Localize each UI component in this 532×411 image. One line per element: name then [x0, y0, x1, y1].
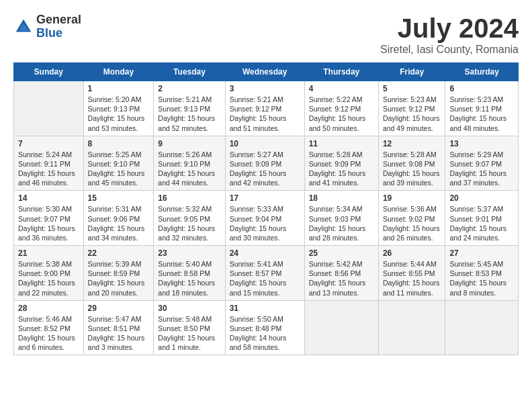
column-header-tuesday: Tuesday [154, 63, 225, 81]
calendar-cell: 21Sunrise: 5:38 AMSunset: 9:00 PMDayligh… [14, 246, 84, 301]
page-subtitle: Siretel, Iasi County, Romania [380, 44, 519, 56]
day-info: Sunrise: 5:26 AMSunset: 9:10 PMDaylight:… [158, 150, 215, 187]
day-info: Sunrise: 5:44 AMSunset: 8:55 PMDaylight:… [383, 260, 440, 297]
calendar-cell: 27Sunrise: 5:45 AMSunset: 8:53 PMDayligh… [445, 246, 519, 301]
day-number: 16 [158, 193, 220, 203]
calendar-cell: 20Sunrise: 5:37 AMSunset: 9:01 PMDayligh… [445, 191, 519, 246]
day-number: 13 [449, 139, 514, 148]
calendar-cell: 24Sunrise: 5:41 AMSunset: 8:57 PMDayligh… [225, 246, 304, 301]
day-number: 25 [309, 248, 374, 258]
calendar-cell: 19Sunrise: 5:36 AMSunset: 9:02 PMDayligh… [378, 191, 445, 246]
day-info: Sunrise: 5:41 AMSunset: 8:57 PMDaylight:… [230, 260, 287, 297]
calendar-cell: 11Sunrise: 5:28 AMSunset: 9:09 PMDayligh… [304, 136, 378, 191]
day-number: 14 [18, 193, 79, 203]
logo-general-text: General [36, 13, 81, 27]
calendar-cell: 31Sunrise: 5:50 AMSunset: 8:48 PMDayligh… [225, 300, 304, 355]
day-info: Sunrise: 5:45 AMSunset: 8:53 PMDaylight:… [449, 260, 506, 297]
calendar-cell: 5Sunrise: 5:23 AMSunset: 9:12 PMDaylight… [378, 81, 445, 136]
calendar-cell [445, 300, 519, 355]
day-number: 29 [88, 304, 150, 313]
calendar-cell: 13Sunrise: 5:29 AMSunset: 9:07 PMDayligh… [445, 136, 519, 191]
day-info: Sunrise: 5:46 AMSunset: 8:52 PMDaylight:… [18, 315, 75, 352]
day-info: Sunrise: 5:37 AMSunset: 9:01 PMDaylight:… [449, 205, 506, 242]
day-info: Sunrise: 5:38 AMSunset: 9:00 PMDaylight:… [18, 260, 75, 297]
day-info: Sunrise: 5:23 AMSunset: 9:12 PMDaylight:… [383, 95, 440, 132]
title-block: July 2024 Siretel, Iasi County, Romania [380, 13, 519, 56]
calendar-cell: 17Sunrise: 5:33 AMSunset: 9:04 PMDayligh… [225, 191, 304, 246]
calendar-cell: 12Sunrise: 5:28 AMSunset: 9:08 PMDayligh… [378, 136, 445, 191]
day-info: Sunrise: 5:27 AMSunset: 9:09 PMDaylight:… [230, 150, 287, 187]
day-number: 10 [230, 139, 300, 148]
calendar-cell: 14Sunrise: 5:30 AMSunset: 9:07 PMDayligh… [14, 191, 84, 246]
calendar-week-row: 1Sunrise: 5:20 AMSunset: 9:13 PMDaylight… [14, 81, 519, 136]
calendar-header-row: SundayMondayTuesdayWednesdayThursdayFrid… [14, 63, 519, 81]
calendar-cell: 25Sunrise: 5:42 AMSunset: 8:56 PMDayligh… [304, 246, 378, 301]
day-number: 1 [88, 84, 150, 93]
calendar-cell: 3Sunrise: 5:21 AMSunset: 9:12 PMDaylight… [225, 81, 304, 136]
day-number: 17 [230, 193, 300, 203]
day-info: Sunrise: 5:39 AMSunset: 8:59 PMDaylight:… [88, 260, 145, 297]
calendar-cell: 30Sunrise: 5:48 AMSunset: 8:50 PMDayligh… [154, 300, 225, 355]
day-info: Sunrise: 5:36 AMSunset: 9:02 PMDaylight:… [383, 205, 440, 242]
calendar-table: SundayMondayTuesdayWednesdayThursdayFrid… [13, 62, 519, 355]
day-info: Sunrise: 5:32 AMSunset: 9:05 PMDaylight:… [158, 205, 215, 242]
day-info: Sunrise: 5:21 AMSunset: 9:12 PMDaylight:… [230, 95, 287, 132]
calendar-cell [14, 81, 84, 136]
column-header-sunday: Sunday [14, 63, 84, 81]
day-info: Sunrise: 5:28 AMSunset: 9:08 PMDaylight:… [383, 150, 440, 187]
calendar-cell: 6Sunrise: 5:23 AMSunset: 9:11 PMDaylight… [445, 81, 519, 136]
day-info: Sunrise: 5:47 AMSunset: 8:51 PMDaylight:… [88, 315, 145, 352]
day-info: Sunrise: 5:29 AMSunset: 9:07 PMDaylight:… [449, 150, 506, 187]
day-info: Sunrise: 5:30 AMSunset: 9:07 PMDaylight:… [18, 205, 75, 242]
calendar-cell: 15Sunrise: 5:31 AMSunset: 9:06 PMDayligh… [83, 191, 154, 246]
calendar-cell: 1Sunrise: 5:20 AMSunset: 9:13 PMDaylight… [83, 81, 154, 136]
day-number: 31 [230, 304, 300, 313]
day-number: 7 [18, 139, 79, 148]
day-number: 24 [230, 248, 300, 258]
day-number: 2 [158, 84, 220, 93]
page-title: July 2024 [380, 13, 519, 44]
day-info: Sunrise: 5:23 AMSunset: 9:11 PMDaylight:… [449, 95, 506, 132]
column-header-saturday: Saturday [445, 63, 519, 81]
column-header-friday: Friday [378, 63, 445, 81]
day-number: 9 [158, 139, 220, 148]
day-info: Sunrise: 5:40 AMSunset: 8:58 PMDaylight:… [158, 260, 215, 297]
day-number: 15 [88, 193, 150, 203]
day-number: 4 [309, 84, 374, 93]
calendar-cell: 7Sunrise: 5:24 AMSunset: 9:11 PMDaylight… [14, 136, 84, 191]
day-number: 21 [18, 248, 79, 258]
day-info: Sunrise: 5:34 AMSunset: 9:03 PMDaylight:… [309, 205, 366, 242]
day-number: 27 [449, 248, 514, 258]
day-info: Sunrise: 5:28 AMSunset: 9:09 PMDaylight:… [309, 150, 366, 187]
calendar-cell: 23Sunrise: 5:40 AMSunset: 8:58 PMDayligh… [154, 246, 225, 301]
day-number: 20 [449, 193, 514, 203]
day-number: 6 [449, 84, 514, 93]
day-number: 3 [230, 84, 300, 93]
calendar-cell: 28Sunrise: 5:46 AMSunset: 8:52 PMDayligh… [14, 300, 84, 355]
day-number: 8 [88, 139, 150, 148]
page-header: General Blue July 2024 Siretel, Iasi Cou… [13, 13, 519, 56]
calendar-cell [378, 300, 445, 355]
calendar-cell: 16Sunrise: 5:32 AMSunset: 9:05 PMDayligh… [154, 191, 225, 246]
day-number: 30 [158, 304, 220, 313]
calendar-cell: 2Sunrise: 5:21 AMSunset: 9:13 PMDaylight… [154, 81, 225, 136]
day-info: Sunrise: 5:50 AMSunset: 8:48 PMDaylight:… [230, 315, 287, 352]
day-number: 5 [383, 84, 441, 93]
calendar-cell: 8Sunrise: 5:25 AMSunset: 9:10 PMDaylight… [83, 136, 154, 191]
logo-blue-text: Blue [36, 27, 81, 40]
calendar-cell: 26Sunrise: 5:44 AMSunset: 8:55 PMDayligh… [378, 246, 445, 301]
column-header-monday: Monday [83, 63, 154, 81]
day-number: 11 [309, 139, 374, 148]
day-number: 23 [158, 248, 220, 258]
calendar-cell: 10Sunrise: 5:27 AMSunset: 9:09 PMDayligh… [225, 136, 304, 191]
column-header-wednesday: Wednesday [225, 63, 304, 81]
logo-text: General Blue [36, 13, 81, 40]
day-info: Sunrise: 5:31 AMSunset: 9:06 PMDaylight:… [88, 205, 145, 242]
calendar-week-row: 14Sunrise: 5:30 AMSunset: 9:07 PMDayligh… [14, 191, 519, 246]
calendar-cell: 18Sunrise: 5:34 AMSunset: 9:03 PMDayligh… [304, 191, 378, 246]
day-info: Sunrise: 5:21 AMSunset: 9:13 PMDaylight:… [158, 95, 215, 132]
day-number: 12 [383, 139, 441, 148]
calendar-cell: 9Sunrise: 5:26 AMSunset: 9:10 PMDaylight… [154, 136, 225, 191]
column-header-thursday: Thursday [304, 63, 378, 81]
day-info: Sunrise: 5:24 AMSunset: 9:11 PMDaylight:… [18, 150, 75, 187]
